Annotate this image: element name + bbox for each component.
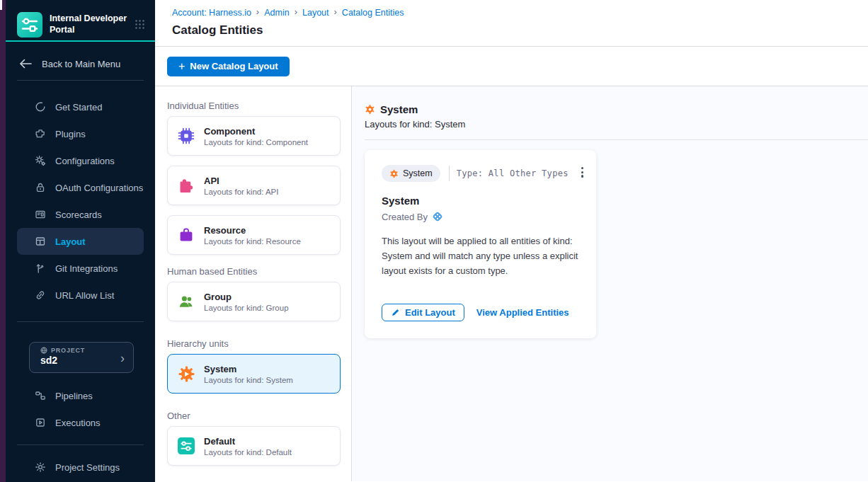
project-label: PROJECT	[51, 347, 85, 354]
breadcrumb-separator: ›	[295, 6, 297, 17]
entity-card-api[interactable]: API Layouts for kind: API	[167, 166, 341, 205]
sidebar-item-executions[interactable]: Executions	[17, 409, 144, 436]
sidebar-item-label: Get Started	[55, 102, 102, 113]
sidebar-item-label: Scorecards	[55, 210, 102, 220]
harness-creator-icon	[432, 211, 443, 222]
default-logo-icon	[177, 437, 195, 455]
created-by-row: Created By	[382, 211, 579, 222]
window-edge-strip	[0, 0, 6, 482]
created-by-label: Created By	[382, 212, 428, 222]
project-selector[interactable]: PROJECT sd2 ›	[29, 342, 134, 373]
entity-card-subtitle: Layouts for kind: Default	[204, 448, 292, 457]
entity-card-title: Resource	[204, 225, 301, 236]
new-catalog-layout-button[interactable]: + New Catalog Layout	[167, 57, 290, 76]
sidebar-item-label: Pipelines	[55, 391, 93, 401]
detail-heading-row: System	[365, 103, 868, 115]
sidebar-item-pipelines[interactable]: Pipelines	[17, 382, 144, 409]
detail-title: System	[380, 103, 418, 115]
type-text: Type: All Other Types	[457, 168, 569, 178]
sidebar-item-layout[interactable]: Layout	[17, 228, 144, 255]
entity-card-title: Component	[204, 126, 308, 137]
sidebar-item-oauth-configurations[interactable]: OAuth Configurations	[17, 174, 144, 201]
sidebar-item-get-started[interactable]: Get Started	[17, 93, 144, 120]
breadcrumb-admin[interactable]: Admin	[264, 8, 289, 18]
breadcrumb-layout[interactable]: Layout	[302, 8, 329, 18]
back-label: Back to Main Menu	[42, 59, 120, 69]
entity-card-group[interactable]: Group Layouts for kind: Group	[167, 282, 341, 321]
window-edge-notch	[0, 0, 2, 10]
layout-card-description: This layout will be applied to all entit…	[382, 234, 580, 278]
pencil-icon	[391, 308, 400, 317]
entity-card-subtitle: Layouts for kind: System	[204, 376, 293, 384]
app-switcher-grid-icon[interactable]	[135, 19, 145, 30]
edit-layout-label: Edit Layout	[405, 307, 455, 318]
sidebar-item-plugins[interactable]: Plugins	[17, 120, 144, 147]
edit-layout-button[interactable]: Edit Layout	[382, 304, 464, 321]
layout-card-badge-row: System Type: All Other Types	[382, 165, 579, 182]
sidebar-divider	[17, 444, 144, 445]
oauth-lock-icon	[34, 182, 46, 193]
sidebar-item-url-allow-list[interactable]: URL Allow List	[17, 282, 144, 309]
sidebar-item-label: Git Integrations	[55, 263, 118, 274]
sidebar-item-label: OAuth Configurations	[55, 183, 143, 193]
sidebar-divider	[17, 80, 144, 81]
configurations-gears-icon	[34, 155, 46, 166]
plugins-icon	[34, 128, 46, 139]
vertical-separator	[449, 166, 450, 181]
entity-card-default[interactable]: Default Layouts for kind: Default	[167, 426, 341, 466]
app-title: Internal Developer Portal	[50, 13, 127, 35]
main-area: Account: Harness.io › Admin › Layout › C…	[155, 0, 868, 482]
sidebar-nav: Get Started Plugins Configurations	[6, 93, 155, 309]
section-heading: Hierarchy units	[167, 338, 340, 349]
toolbar: + New Catalog Layout	[155, 47, 868, 86]
entity-card-title: Default	[204, 436, 292, 447]
kebab-menu-icon[interactable]	[578, 164, 586, 180]
layout-card-system: System Type: All Other Types System Crea…	[365, 150, 596, 338]
view-applied-entities-link[interactable]: View Applied Entities	[476, 307, 569, 318]
detail-divider	[365, 139, 868, 140]
sidebar-item-configurations[interactable]: Configurations	[17, 147, 144, 174]
sidebar-nav-project: Pipelines Executions	[6, 382, 155, 436]
link-chain-icon	[34, 289, 46, 301]
entity-list-panel: Individual Entities Component Layouts fo…	[155, 86, 352, 481]
sidebar-item-label: URL Allow List	[55, 290, 114, 301]
executions-play-icon	[34, 417, 46, 428]
group-people-icon	[177, 292, 195, 311]
breadcrumb-separator: ›	[334, 6, 337, 17]
back-to-main-menu[interactable]: Back to Main Menu	[20, 56, 144, 71]
sidebar-item-label: Configurations	[55, 156, 115, 166]
get-started-icon	[34, 101, 46, 113]
kind-badge-label: System	[403, 168, 433, 178]
section-heading: Human based Entities	[167, 266, 340, 277]
sidebar-item-scorecards[interactable]: Scorecards	[17, 201, 144, 228]
breadcrumb-account[interactable]: Account: Harness.io	[172, 8, 251, 18]
back-arrow-icon	[20, 59, 32, 69]
settings-gear-icon	[34, 461, 46, 473]
layout-card-actions: Edit Layout View Applied Entities	[382, 304, 579, 321]
sidebar-nav-footer: Project Settings	[6, 454, 155, 481]
sidebar: Internal Developer Portal Back to Main M…	[6, 0, 155, 482]
detail-panel: System Layouts for kind: System	[352, 86, 868, 481]
entity-card-subtitle: Layouts for kind: Resource	[204, 237, 301, 246]
resource-briefcase-icon	[177, 226, 195, 244]
page-title: Catalog Entities	[172, 23, 868, 38]
entity-card-subtitle: Layouts for kind: Group	[204, 304, 289, 312]
sidebar-item-project-settings[interactable]: Project Settings	[17, 454, 144, 481]
entity-card-subtitle: Layouts for kind: Component	[204, 138, 308, 147]
entity-card-resource[interactable]: Resource Layouts for kind: Resource	[167, 215, 341, 255]
entity-card-component[interactable]: Component Layouts for kind: Component	[167, 116, 341, 156]
entity-card-title: Group	[204, 292, 289, 302]
sidebar-item-git-integrations[interactable]: Git Integrations	[17, 255, 144, 282]
sidebar-item-label: Project Settings	[55, 462, 120, 473]
chevron-right-icon: ›	[120, 351, 125, 366]
breadcrumb-catalog-entities[interactable]: Catalog Entities	[342, 8, 404, 18]
kind-badge: System	[382, 165, 440, 182]
sidebar-item-label: Layout	[55, 236, 86, 247]
scorecards-icon	[34, 209, 46, 220]
sidebar-divider	[17, 321, 144, 322]
entity-card-system[interactable]: System Layouts for kind: System	[167, 354, 341, 394]
system-gear-icon	[389, 169, 399, 178]
content: Individual Entities Component Layouts fo…	[155, 86, 868, 481]
layout-card-title: System	[382, 195, 579, 207]
component-chip-icon	[177, 127, 195, 145]
